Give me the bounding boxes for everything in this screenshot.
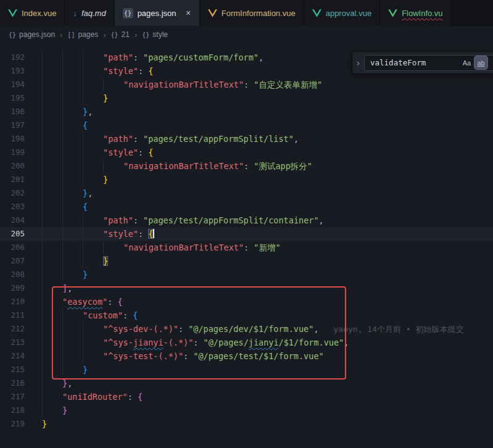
tab-approval.vue[interactable]: approval.vue <box>304 0 380 26</box>
match-case-button[interactable]: Aa <box>460 56 473 69</box>
code-line-content[interactable]: { <box>35 118 493 132</box>
line-number[interactable]: 218 <box>0 404 35 417</box>
code-token: "path" <box>103 134 133 144</box>
line-number[interactable]: 203 <box>0 200 35 214</box>
code-line: 215} <box>0 363 493 376</box>
line-number[interactable]: 199 <box>0 146 35 159</box>
code-line-content[interactable]: } <box>35 404 493 417</box>
tab-pages.json[interactable]: {}pages.json✕ <box>115 0 200 26</box>
line-number[interactable]: 214 <box>0 349 35 363</box>
breadcrumb-item-file[interactable]: {} pages.json <box>9 30 55 39</box>
code-token: { <box>148 229 153 239</box>
code-line-content[interactable]: } <box>35 363 493 376</box>
indent-guide <box>83 78 83 91</box>
code-line-content[interactable]: } <box>35 268 493 281</box>
line-number[interactable]: 194 <box>0 78 35 91</box>
code-line-content[interactable]: "path": "pages/test/appFormSplit/contain… <box>35 214 493 227</box>
line-number[interactable]: 208 <box>0 268 35 281</box>
line-number[interactable]: 195 <box>0 91 35 105</box>
line-number[interactable]: 200 <box>0 159 35 173</box>
code-line-content[interactable]: "path": "pages/test/appFormSplit/list", <box>35 132 493 146</box>
line-number[interactable]: 212 <box>0 322 35 336</box>
code-token: "^sys- <box>103 338 133 347</box>
code-line-content[interactable]: } <box>35 254 493 268</box>
line-number[interactable]: 206 <box>0 241 35 254</box>
code-line: 210"easycom": { <box>0 295 493 309</box>
code-token: "测试app拆分" <box>254 161 312 171</box>
code-line-content[interactable]: { <box>35 200 493 214</box>
close-tab-icon[interactable]: ✕ <box>186 9 191 17</box>
code-line-content[interactable]: }, <box>35 105 493 118</box>
line-number[interactable]: 201 <box>0 173 35 186</box>
line-number[interactable]: 204 <box>0 214 35 227</box>
find-widget: › validateForm Aa ab .* <box>352 51 493 74</box>
breadcrumb-item-index[interactable]: {} 21 <box>111 30 130 39</box>
code-line-content[interactable]: ], <box>35 281 493 295</box>
code-line-content[interactable]: "style": { <box>35 227 493 241</box>
vue-icon <box>8 9 17 17</box>
code-line-content[interactable]: "navigationBarTitleText": "自定义表单新增" <box>35 78 493 91</box>
code-line-content[interactable]: "^sys-dev-(.*)": "@/pages/dev/$1/form.vu… <box>35 322 493 336</box>
breadcrumb-item-pages[interactable]: [] pages <box>67 30 98 39</box>
code-line-content[interactable]: "custom": { <box>35 309 493 322</box>
tab-forminformation.vue[interactable]: FormInformation.vue <box>200 0 304 26</box>
line-number[interactable]: 211 <box>0 309 35 322</box>
code-token: ] <box>62 283 67 293</box>
code-line: 214"^sys-test-(.*)": "@/pages/test/$1/fo… <box>0 349 493 363</box>
code-line-content[interactable]: "^sys-jianyi-(.*)": "@/pages/jianyi/$1/f… <box>35 336 493 349</box>
code-editor: 192"path": "pages/customForm/form",193"s… <box>0 51 493 431</box>
indent-guide <box>62 200 63 214</box>
line-number[interactable]: 209 <box>0 281 35 295</box>
line-number[interactable]: 197 <box>0 118 35 132</box>
vue-icon <box>388 9 397 17</box>
code-token: : <box>128 392 138 402</box>
regex-button[interactable]: .* <box>489 56 493 69</box>
code-token: , <box>88 188 93 198</box>
line-number[interactable]: 216 <box>0 376 35 390</box>
breadcrumb-item-style[interactable]: {} style <box>142 30 168 39</box>
code-line-content[interactable]: "easycom": { <box>35 295 493 309</box>
line-number[interactable]: 202 <box>0 186 35 200</box>
code-line-content[interactable]: } <box>35 91 493 105</box>
code-token: : <box>244 161 254 171</box>
code-line-content[interactable]: }, <box>35 186 493 200</box>
line-number[interactable]: 192 <box>0 51 35 64</box>
find-expand-chevron-icon[interactable]: › <box>352 57 364 68</box>
line-number[interactable]: 207 <box>0 254 35 268</box>
tab-index.vue[interactable]: Index.vue <box>0 0 65 26</box>
code-token: } <box>103 256 108 266</box>
code-line-content[interactable]: "style": { <box>35 146 493 159</box>
code-token: : <box>138 229 148 239</box>
code-line-content[interactable]: } <box>35 173 493 186</box>
code-line-content[interactable]: "navigationBarTitleText": "测试app拆分" <box>35 159 493 173</box>
find-query-text[interactable]: validateForm <box>370 58 459 67</box>
line-number[interactable]: 213 <box>0 336 35 349</box>
code-line: 218} <box>0 404 493 417</box>
code-token: "path" <box>103 52 133 62</box>
tab-flowinfo.vu[interactable]: FlowInfo.vu <box>380 0 451 26</box>
code-line-content[interactable]: "^sys-test-(.*)": "@/pages/test/$1/form.… <box>35 349 493 363</box>
code-line-content[interactable]: "navigationBarTitleText": "新增" <box>35 241 493 254</box>
code-token: "自定义表单新增" <box>254 80 322 89</box>
line-number[interactable]: 198 <box>0 132 35 146</box>
whole-word-button[interactable]: ab <box>474 56 487 69</box>
line-number[interactable]: 193 <box>0 64 35 78</box>
code-token: jianyi <box>249 338 279 347</box>
indent-guide <box>62 78 63 91</box>
line-number[interactable]: 219 <box>0 417 35 431</box>
code-token: : <box>244 80 254 89</box>
line-number[interactable]: 210 <box>0 295 35 309</box>
find-input[interactable]: validateForm Aa ab .* <box>364 55 493 71</box>
indent-guide <box>62 64 63 78</box>
indent-guide <box>42 295 43 309</box>
code-line-content[interactable]: } <box>35 417 493 431</box>
code-line: 212"^sys-dev-(.*)": "@/pages/dev/$1/form… <box>0 322 493 336</box>
line-number[interactable]: 217 <box>0 390 35 404</box>
line-number[interactable]: 196 <box>0 105 35 118</box>
tab-faq.md[interactable]: ↓faq.md <box>65 0 114 26</box>
line-number[interactable]: 215 <box>0 363 35 376</box>
line-number[interactable]: 205 <box>0 227 35 241</box>
indent-guide <box>42 309 43 322</box>
code-line-content[interactable]: }, <box>35 376 493 390</box>
code-line-content[interactable]: "uniIdRouter": { <box>35 390 493 404</box>
